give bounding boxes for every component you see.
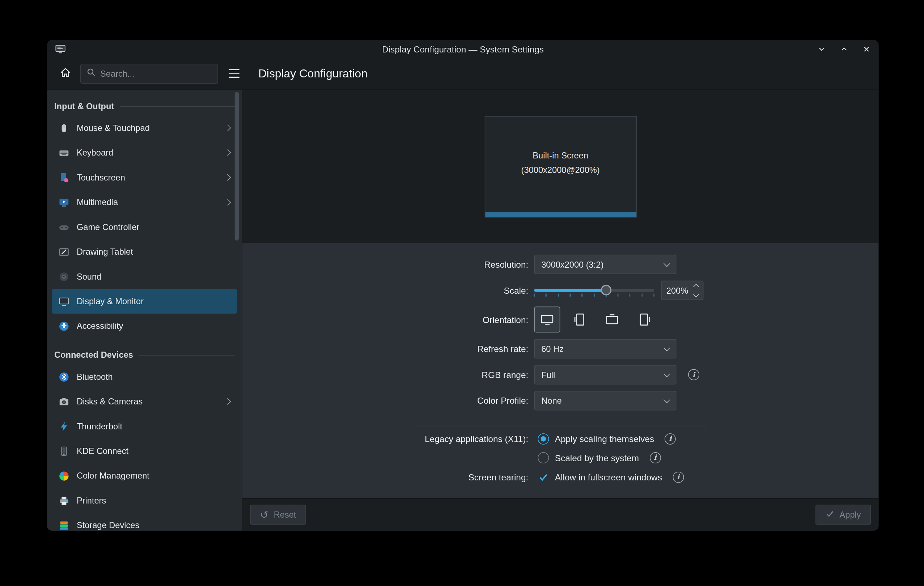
- monitor-portrait-icon: [572, 312, 587, 327]
- screen-tearing-checkbox[interactable]: [538, 471, 549, 482]
- minimize-button[interactable]: [817, 45, 826, 53]
- close-button[interactable]: [862, 45, 871, 53]
- bluetooth-icon: [58, 371, 70, 383]
- screen-tearing-row: Screen tearing: Allow in fullscreen wind…: [243, 470, 879, 484]
- sidebar-item-disks-cameras[interactable]: Disks & Cameras: [52, 389, 237, 414]
- apply-check-icon: [825, 509, 834, 520]
- reset-icon: ↺: [260, 510, 269, 520]
- sidebar: Input & Output Mouse & Touchpad Keyboard…: [47, 90, 242, 531]
- sidebar-item-kde-connect[interactable]: KDE Connect: [52, 439, 237, 463]
- sidebar-item-color-management[interactable]: Color Management: [52, 463, 237, 488]
- display-monitor-icon: [58, 295, 70, 307]
- chevron-down-icon: [663, 260, 670, 267]
- rgb-range-select[interactable]: Full: [535, 365, 676, 385]
- screen-mode: (3000x2000@200%): [521, 163, 600, 176]
- monitor-landscape-flipped-icon: [604, 312, 620, 327]
- apply-button[interactable]: Apply: [815, 505, 871, 525]
- section-header-input-output: Input & Output: [54, 97, 235, 116]
- orientation-row: Orientation:: [243, 306, 879, 333]
- footer-bar: ↺ Reset Apply: [243, 498, 879, 531]
- search-box[interactable]: [80, 63, 218, 83]
- scale-row: Scale: 200%: [243, 281, 879, 300]
- reset-button[interactable]: ↺ Reset: [250, 505, 306, 525]
- spin-down-icon[interactable]: [693, 291, 699, 297]
- search-icon: [87, 68, 96, 79]
- search-input[interactable]: [100, 69, 212, 78]
- window-body: Input & Output Mouse & Touchpad Keyboard…: [47, 90, 878, 531]
- chevron-right-icon: [224, 174, 231, 180]
- gamepad-icon: [58, 221, 70, 233]
- refresh-rate-label: Refresh rate:: [243, 343, 535, 354]
- storage-icon: [58, 520, 70, 531]
- sidebar-item-mouse-touchpad[interactable]: Mouse & Touchpad: [52, 116, 237, 140]
- sidebar-item-multimedia[interactable]: Multimedia: [52, 190, 237, 215]
- color-profile-select[interactable]: None: [535, 391, 676, 411]
- chevron-right-icon: [224, 398, 231, 405]
- menu-button[interactable]: [224, 63, 244, 83]
- sidebar-item-touchscreen[interactable]: Touchscreen: [52, 165, 237, 190]
- sidebar-scrollbar[interactable]: [235, 92, 239, 241]
- thunderbolt-icon: [58, 420, 70, 432]
- info-icon[interactable]: [665, 433, 676, 444]
- scale-slider[interactable]: [535, 281, 654, 300]
- sidebar-item-display-monitor[interactable]: Display & Monitor: [52, 289, 237, 314]
- orientation-portrait-flipped-button[interactable]: [632, 307, 658, 333]
- chevron-right-icon: [224, 149, 231, 156]
- slider-handle[interactable]: [601, 285, 611, 295]
- sidebar-item-thunderbolt[interactable]: Thunderbolt: [52, 414, 237, 438]
- window-controls: [817, 45, 871, 53]
- phone-icon: [58, 445, 70, 457]
- color-profile-row: Color Profile: None: [243, 391, 879, 411]
- maximize-button[interactable]: [840, 45, 848, 53]
- sidebar-item-printers[interactable]: Printers: [52, 488, 237, 513]
- form-separator: [415, 426, 706, 426]
- refresh-rate-select[interactable]: 60 Hz: [535, 339, 676, 358]
- info-icon[interactable]: [688, 369, 699, 380]
- resolution-label: Resolution:: [243, 259, 535, 269]
- monitor-portrait-flipped-icon: [637, 312, 652, 327]
- spin-up-icon[interactable]: [693, 284, 699, 289]
- scale-spinbox[interactable]: 200%: [661, 281, 703, 300]
- radio-scaled-by-system[interactable]: [538, 452, 549, 463]
- screen-tearing-label: Screen tearing:: [243, 472, 535, 482]
- sidebar-item-storage-devices[interactable]: Storage Devices: [52, 513, 237, 531]
- chevron-right-icon: [224, 199, 231, 205]
- radio-apply-scaling-themselves[interactable]: [538, 433, 549, 444]
- home-button[interactable]: [55, 63, 75, 83]
- titlebar: Display Configuration — System Settings: [47, 40, 878, 58]
- color-profile-label: Color Profile:: [243, 396, 535, 406]
- system-settings-window: Display Configuration — System Settings: [47, 40, 878, 531]
- orientation-landscape-button[interactable]: [535, 307, 560, 333]
- screen-preview[interactable]: Built-in Screen (3000x2000@200%): [484, 116, 637, 217]
- orientation-portrait-button[interactable]: [566, 307, 592, 333]
- multimedia-icon: [58, 196, 70, 208]
- rgb-range-row: RGB range: Full: [243, 365, 879, 385]
- chevron-down-icon: [663, 344, 670, 351]
- sidebar-item-sound[interactable]: Sound: [52, 264, 237, 289]
- monitor-preview-area: Built-in Screen (3000x2000@200%): [243, 90, 879, 243]
- chevron-down-icon: [663, 370, 670, 376]
- sidebar-item-accessibility[interactable]: Accessibility: [52, 314, 237, 338]
- page-title: Display Configuration: [258, 66, 368, 80]
- main-content: Built-in Screen (3000x2000@200%) Resolut…: [242, 90, 878, 531]
- toolbar: Display Configuration: [47, 58, 878, 90]
- orientation-label: Orientation:: [243, 315, 535, 325]
- desktop-background: Display Configuration — System Settings: [0, 0, 924, 586]
- chevron-right-icon: [224, 124, 231, 131]
- resolution-select[interactable]: 3000x2000 (3:2): [535, 255, 676, 274]
- keyboard-icon: [58, 147, 70, 159]
- sidebar-item-game-controller[interactable]: Game Controller: [52, 215, 237, 239]
- rgb-range-label: RGB range:: [243, 370, 535, 380]
- touchscreen-icon: [58, 172, 70, 183]
- sidebar-item-keyboard[interactable]: Keyboard: [52, 140, 237, 165]
- legacy-apps-row: Legacy applications (X11): Apply scaling…: [243, 432, 879, 446]
- resolution-row: Resolution: 3000x2000 (3:2): [243, 255, 879, 274]
- sidebar-item-bluetooth[interactable]: Bluetooth: [52, 364, 237, 389]
- orientation-landscape-flipped-button[interactable]: [599, 307, 625, 333]
- accessibility-icon: [58, 320, 70, 332]
- slider-ticks: [535, 294, 654, 297]
- info-icon[interactable]: [649, 452, 661, 463]
- sidebar-item-drawing-tablet[interactable]: Drawing Tablet: [52, 239, 237, 264]
- info-icon[interactable]: [673, 471, 684, 482]
- color-wheel-icon: [58, 470, 70, 482]
